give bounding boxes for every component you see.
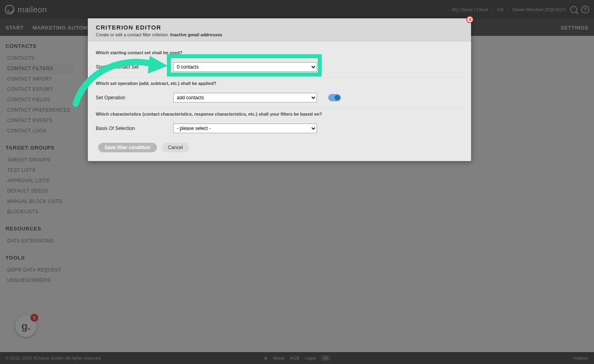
modal-title: CRITERION EDITOR [96, 24, 463, 31]
close-icon[interactable]: ✕ [466, 16, 473, 23]
save-button[interactable]: Save filter condition [98, 143, 157, 152]
toggle-set-operation[interactable] [328, 94, 341, 101]
label-set-operation: Set Operation [96, 95, 168, 100]
modal-subtitle: Create or edit a contact filter criterio… [96, 32, 463, 37]
row-basis: Basis Of Selection - please select - [96, 120, 463, 139]
row-starting-set: Starting Contact Set 0 contacts [96, 59, 463, 78]
question-set-operation: Which set operation (add, subtract, etc.… [96, 81, 463, 86]
cancel-button[interactable]: Cancel [162, 143, 189, 152]
select-starting-contact-set[interactable]: 0 contacts [173, 62, 317, 72]
modal-header: CRITERION EDITOR Create or edit a contac… [88, 18, 471, 41]
modal-actions: Save filter condition Cancel [96, 139, 463, 159]
question-starting-set: Which starting contact set shall be used… [96, 50, 463, 55]
select-basis-of-selection[interactable]: - please select - [173, 124, 317, 133]
label-basis: Basis Of Selection [96, 126, 168, 131]
modal-body: Which starting contact set shall be used… [88, 41, 471, 161]
label-starting-set: Starting Contact Set [96, 64, 168, 70]
row-set-operation: Set Operation add contacts [96, 90, 463, 108]
criterion-editor-modal: ✕ CRITERION EDITOR Create or edit a cont… [88, 18, 471, 161]
question-basis: Which characteristics (contact character… [96, 112, 463, 116]
select-set-operation[interactable]: add contacts [173, 93, 317, 102]
